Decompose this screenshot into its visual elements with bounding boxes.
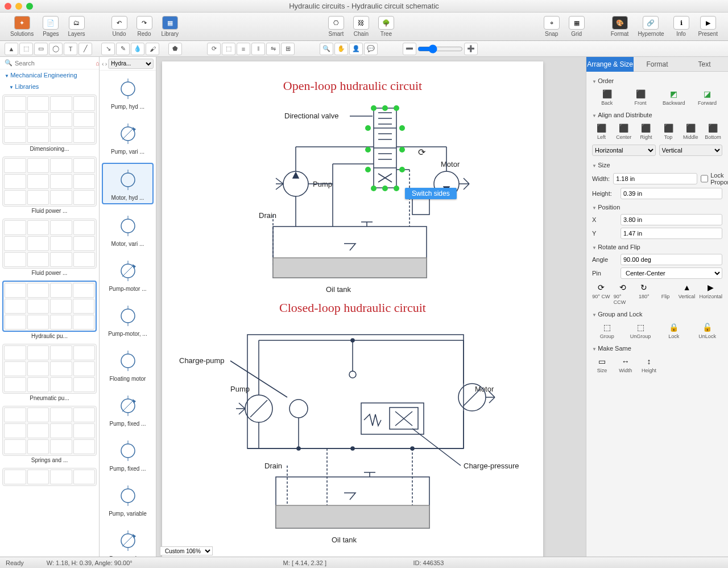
crop-tool[interactable]: ⬚ bbox=[222, 43, 235, 55]
same-height-button[interactable]: ↕Height bbox=[639, 356, 659, 373]
lock-proportions[interactable]: Lock Proportions bbox=[701, 172, 726, 186]
selection-handle[interactable] bbox=[394, 105, 399, 111]
order-front-button[interactable]: ⬛Front bbox=[626, 89, 656, 106]
smart-button[interactable]: ⎔Smart bbox=[324, 15, 349, 38]
category-mechanical[interactable]: Mechanical Engineering bbox=[0, 69, 99, 81]
undo-button[interactable]: ↶Undo bbox=[107, 15, 132, 38]
align-right-button[interactable]: ⬛Right bbox=[636, 123, 655, 140]
ellipse-tool[interactable]: ◯ bbox=[49, 43, 63, 55]
lib-group-dimensioning[interactable]: Dimensioning... bbox=[2, 94, 97, 152]
section-order[interactable]: Order bbox=[592, 74, 722, 87]
selection-handle[interactable] bbox=[382, 186, 388, 191]
order-back-button[interactable]: ⬛Back bbox=[592, 89, 622, 106]
zoom-in-button[interactable]: ➕ bbox=[464, 43, 478, 55]
selection-handle[interactable] bbox=[365, 167, 371, 172]
text-tool[interactable]: T bbox=[64, 43, 77, 55]
stencil-item[interactable]: Motor, hyd ... bbox=[102, 163, 154, 204]
canvas-area[interactable]: Open-loop hudraulic circuit Directional … bbox=[156, 57, 586, 557]
pointer-tool[interactable]: ▲ bbox=[5, 43, 18, 55]
solutions-button[interactable]: ✦Solutions bbox=[6, 15, 38, 38]
switch-sides-badge[interactable]: Switch sides bbox=[405, 188, 457, 199]
lib-group-fluid2[interactable]: Fluid power ... bbox=[2, 219, 97, 276]
distribute-horizontal-select[interactable]: Horizontal bbox=[592, 145, 656, 156]
align-middle-button[interactable]: ⬛Middle bbox=[681, 123, 700, 140]
selection-handle[interactable] bbox=[399, 167, 405, 172]
lock-proportions-checkbox[interactable] bbox=[701, 173, 708, 184]
align-top-button[interactable]: ⬛Top bbox=[659, 123, 678, 140]
home-icon[interactable]: ⌂ bbox=[96, 60, 100, 67]
rotate-ccw-button[interactable]: ⟲90° CCW bbox=[614, 282, 632, 305]
info-button[interactable]: ℹInfo bbox=[669, 15, 694, 38]
rotate-180-button[interactable]: ↻180° bbox=[635, 282, 653, 305]
connector-tool[interactable]: ↘ bbox=[101, 43, 115, 55]
stencil-item[interactable]: Pump, varia ... bbox=[102, 525, 154, 557]
zoom-out-button[interactable]: ➖ bbox=[403, 43, 416, 55]
tab-arrange[interactable]: Arrange & Size bbox=[586, 57, 634, 72]
comment-tool[interactable]: 💬 bbox=[364, 43, 378, 55]
lib-group-fluid1[interactable]: Fluid power ... bbox=[2, 157, 97, 214]
stencil-item[interactable]: Floating motor bbox=[102, 345, 154, 384]
align-bottom-button[interactable]: ⬛Bottom bbox=[704, 123, 722, 140]
hypernote-button[interactable]: 🔗Hypernote bbox=[633, 15, 668, 38]
height-input[interactable] bbox=[621, 188, 722, 199]
pen-tool[interactable]: ✎ bbox=[116, 43, 130, 55]
order-forward-button[interactable]: ◪Forward bbox=[692, 89, 722, 106]
pin-select[interactable]: Center-Center bbox=[621, 267, 722, 279]
select-tool[interactable]: ⬚ bbox=[19, 43, 33, 55]
arrange-tool[interactable]: ⊞ bbox=[281, 43, 295, 55]
present-button[interactable]: ▶Present bbox=[694, 15, 722, 38]
selection-handle[interactable] bbox=[399, 125, 405, 131]
line-tool[interactable]: ╱ bbox=[78, 43, 92, 55]
eyedropper-tool[interactable]: 💧 bbox=[131, 43, 144, 55]
window-controls[interactable] bbox=[5, 3, 33, 10]
snap-button[interactable]: ⌖Snap bbox=[539, 15, 564, 38]
unlock-button[interactable]: 🔓UnLock bbox=[692, 322, 722, 339]
stencil-item[interactable]: Pump-motor, ... bbox=[102, 300, 154, 339]
nav-back-icon[interactable]: ‹ bbox=[102, 60, 104, 67]
stamp-tool[interactable]: 👤 bbox=[349, 43, 363, 55]
stencil-item[interactable]: Pump, vari ... bbox=[102, 118, 154, 157]
section-group[interactable]: Group and Lock bbox=[592, 307, 722, 320]
zoom-slider[interactable] bbox=[417, 44, 463, 53]
x-input[interactable] bbox=[621, 214, 722, 225]
zoom-select[interactable]: Custom 106% bbox=[160, 546, 213, 555]
search-input[interactable] bbox=[15, 60, 93, 67]
selection-handle[interactable] bbox=[365, 147, 371, 153]
selection-handle[interactable] bbox=[399, 147, 405, 153]
flip-tool[interactable]: ⇋ bbox=[266, 43, 280, 55]
selection-handle[interactable] bbox=[371, 105, 377, 111]
lib-group-springs[interactable]: Springs and ... bbox=[2, 406, 97, 463]
stencil-item[interactable]: Pump, variable bbox=[102, 480, 154, 519]
group-button[interactable]: ⬚Group bbox=[592, 322, 622, 339]
section-size[interactable]: Size bbox=[592, 158, 722, 171]
lib-group-extra[interactable] bbox=[2, 468, 97, 486]
section-rotate[interactable]: Rotate and Flip bbox=[592, 240, 722, 253]
stencil-item[interactable]: Pump, fixed ... bbox=[102, 390, 154, 429]
zoom-icon[interactable] bbox=[26, 3, 33, 10]
rotate-tool[interactable]: ⟳ bbox=[207, 43, 221, 55]
same-size-button[interactable]: ▭Size bbox=[592, 356, 612, 373]
stencil-item[interactable]: Pump, fixed ... bbox=[102, 435, 154, 474]
close-icon[interactable] bbox=[5, 3, 11, 10]
page[interactable]: Open-loop hudraulic circuit Directional … bbox=[162, 61, 543, 557]
minimize-icon[interactable] bbox=[15, 3, 22, 10]
pan-tool[interactable]: ✋ bbox=[334, 43, 348, 55]
ungroup-button[interactable]: ⬚UnGroup bbox=[626, 322, 656, 339]
stencil-item[interactable]: Motor, vari ... bbox=[102, 210, 154, 249]
flip-horizontal-button[interactable]: ▶Horizontal bbox=[699, 282, 722, 305]
format-button[interactable]: 🎨Format bbox=[606, 15, 634, 38]
tab-text[interactable]: Text bbox=[681, 57, 728, 72]
selection-handle[interactable] bbox=[365, 125, 371, 131]
insert-shape-tool[interactable]: ⬟ bbox=[168, 43, 182, 55]
stencil-select[interactable]: Hydra... bbox=[108, 59, 154, 69]
lib-group-pneumatic[interactable]: Pneumatic pu... bbox=[2, 344, 97, 401]
stencil-list[interactable]: Pump, hyd ...Pump, vari ...Motor, hyd ..… bbox=[100, 71, 156, 557]
lock-button[interactable]: 🔒Lock bbox=[659, 322, 689, 339]
distribute-vertical-select[interactable]: Vertical bbox=[659, 145, 723, 156]
zoom-tool[interactable]: 🔍 bbox=[320, 43, 333, 55]
nav-fwd-icon[interactable]: › bbox=[105, 60, 107, 67]
brush-tool[interactable]: 🖌 bbox=[146, 43, 159, 55]
lib-group-hydraulic[interactable]: Hydraulic pu... bbox=[2, 281, 97, 339]
rotate-cw-button[interactable]: ⟳90° CW bbox=[592, 282, 610, 305]
redo-button[interactable]: ↷Redo bbox=[132, 15, 157, 38]
